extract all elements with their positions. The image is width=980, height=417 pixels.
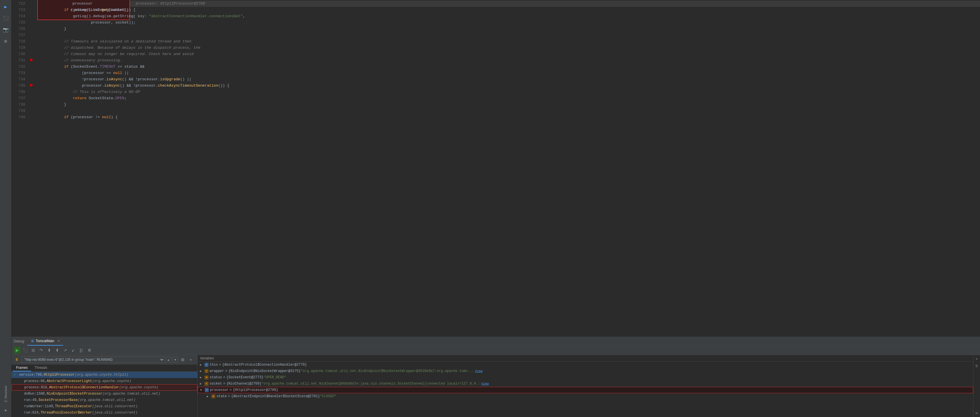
variables-header: Variables: [197, 355, 973, 362]
ln-729: 729: [11, 45, 25, 51]
stop-btn[interactable]: ⬛: [22, 347, 29, 354]
frame-item-8[interactable]: run:61, TaskThread$WrappingRunnable (org…: [11, 416, 197, 417]
threads-tab[interactable]: Threads: [31, 364, 51, 371]
var-item-socket[interactable]: ▶ ≡ socket = {NioChannel@2769} "org.apac…: [197, 380, 973, 387]
close-tab-btn[interactable]: ×: [57, 337, 60, 345]
frame-item-2[interactable]: process:66, AbstractProcessorLight (org.…: [11, 378, 197, 384]
step-over-btn[interactable]: ↷: [38, 347, 45, 354]
var-item-status[interactable]: ▶ ● status = {SocketEvent@2773} "OPEN_RE…: [197, 374, 973, 380]
copy-variable-btn[interactable]: ⎘: [974, 363, 980, 369]
frame-6-class: ThreadPoolExecutor: [55, 403, 92, 409]
sidebar-debug-icon[interactable]: ▶: [1, 2, 10, 11]
ln-734: 734: [11, 76, 25, 83]
code-line-736: // This is effectively a NO-OP: [37, 89, 980, 95]
frame-6-line: runWorker:1149,: [24, 403, 55, 409]
variables-list: ▶ ≡ this = {AbstractProtocol$ConnectionH…: [197, 362, 973, 417]
frame-item-7[interactable]: run:624, ThreadPoolExecutor$Worker (java…: [11, 409, 197, 416]
add-variable-btn[interactable]: +: [974, 356, 980, 362]
thread-down-btn[interactable]: ▼: [172, 357, 178, 363]
code-line-729: // dispatched. Because of delays in the …: [37, 45, 980, 51]
var-item-this[interactable]: ▶ ≡ this = {AbstractProtocol$ConnectionH…: [197, 362, 973, 368]
ln-733: 733: [11, 70, 25, 76]
socket-view-link[interactable]: View: [481, 382, 488, 385]
ln-735: 735: [11, 83, 25, 89]
frame-4-file: (org.apache.tomcat.util.net): [102, 391, 161, 397]
frame-8-file: (org.apache.tomcat.util.threads): [94, 416, 160, 417]
ln-725: 725: [11, 19, 25, 26]
pause-indicator: ⏸: [14, 357, 19, 363]
ln-724: 724: [11, 13, 25, 19]
frame-2-file: (org.apache.coyote): [92, 378, 132, 384]
ln-722: 722: [11, 1, 25, 7]
run-to-cursor-btn[interactable]: ↗: [62, 347, 69, 354]
thread-up-btn[interactable]: ▲: [165, 357, 171, 363]
left-sidebar: ▶ ⬛ 📷 ⚙ Z: Structure ★: [0, 0, 11, 417]
sidebar-favorite-icon[interactable]: ★: [1, 406, 10, 415]
code-line-727: [37, 32, 980, 38]
debug-toolbar: ▶ ⬛ ⊟ ↷ ⬇ ⬆ ↗ ↙ ⬱ ⚙: [11, 345, 980, 355]
ln-731: 731: [11, 58, 25, 64]
ln-728: 728: [11, 38, 25, 45]
settings-btn[interactable]: ⚙: [86, 347, 93, 354]
code-line-732: if (SocketEvent. TIMEOUT == status &&: [37, 64, 980, 70]
frame-3-file: (org.apache.coyote): [119, 384, 158, 391]
code-line-722: Processor processor = connections.get(so…: [37, 1, 980, 7]
resume-btn[interactable]: ▶: [14, 347, 21, 354]
infinity-btn[interactable]: ∞: [974, 410, 980, 416]
frame-7-file: (java.util.concurrent): [92, 409, 137, 416]
frame-7-line: run:624,: [24, 409, 41, 416]
frame-1-line: service:798,: [19, 372, 43, 378]
frame-item-4[interactable]: doRun:1500, NioEndpoint$SocketProcessor …: [11, 391, 197, 397]
code-line-739: [37, 108, 980, 114]
frame-2-class: AbstractProcessorLight: [47, 378, 92, 384]
step-out-btn[interactable]: ⬆: [54, 347, 61, 354]
var-item-processor[interactable]: ▼ ≡ processor = {Http11Processor@2780}: [197, 387, 973, 393]
frame-4-class: NioEndpoint$SocketProcessor: [47, 391, 102, 397]
thread-dropdown[interactable]: "http-nio-8080-exec-6"@2,135 in group "m…: [21, 356, 164, 363]
frames-panel: ⏸ "http-nio-8080-exec-6"@2,135 in group …: [11, 355, 197, 417]
frame-5-line: run:49,: [24, 397, 38, 403]
ln-736: 736: [11, 89, 25, 95]
debug-label: Debug:: [14, 339, 25, 343]
frames-btn[interactable]: ⬱: [78, 347, 85, 354]
add-frame-btn[interactable]: +: [187, 356, 194, 363]
editor-area: 722 723 724 725 726 727 728 729 730 731 …: [11, 0, 980, 337]
frame-6-file: (java.util.concurrent): [92, 403, 137, 409]
code-line-731: // unnecessary processing.: [37, 58, 980, 64]
wrapper-view-link[interactable]: View: [475, 369, 482, 373]
debug-session-tabs: Debug: 🖥 TomcatMain ×: [11, 337, 980, 345]
code-line-735: processor.isAsync() && !processor.checkA…: [37, 83, 980, 89]
breakpoint-735[interactable]: [30, 84, 33, 86]
variables-panel: Variables ▶ ≡ this = {AbstractProtocol$C…: [197, 355, 973, 417]
frame-item-6[interactable]: runWorker:1149, ThreadPoolExecutor (java…: [11, 403, 197, 409]
thread-selector: ⏸ "http-nio-8080-exec-6"@2,135 in group …: [11, 355, 197, 364]
code-line-723: if (getLog().isDebugEnabled()) {: [37, 7, 980, 13]
mute-btn[interactable]: ⊟: [30, 347, 37, 354]
thread-filter-btn[interactable]: ⊞: [179, 356, 186, 363]
ln-740: 740: [11, 114, 25, 120]
frame-5-class: SocketProcessorBase: [38, 397, 78, 403]
debug-main: ⏸ "http-nio-8080-exec-6"@2,135 in group …: [11, 355, 980, 417]
ln-739: 739: [11, 108, 25, 114]
frame-8-line: run:61,: [24, 416, 38, 417]
breakpoint-731[interactable]: [30, 59, 33, 61]
step-into-btn[interactable]: ⬇: [46, 347, 53, 354]
line-numbers: 722 723 724 725 726 727 728 729 730 731 …: [11, 0, 29, 337]
code-line-737: return SocketState. OPEN ;: [37, 95, 980, 102]
sidebar-camera-icon[interactable]: 📷: [1, 25, 10, 34]
sidebar-settings-icon[interactable]: ⚙: [1, 37, 10, 46]
frame-item-1[interactable]: ✓ service:798, Http11Processor (org.apac…: [11, 372, 197, 378]
code-line-730: // timeout may no longer be required. Ch…: [37, 51, 980, 58]
code-line-725: processor, socket));: [37, 19, 980, 26]
tomcat-main-tab[interactable]: 🖥 TomcatMain ×: [27, 337, 63, 345]
frames-tab[interactable]: Frames: [13, 364, 31, 371]
var-item-wrapper[interactable]: ▶ ≡ wrapper = {NioEndpoint$NioSocketWrap…: [197, 368, 973, 374]
z-structure-label: Z: Structure: [4, 385, 8, 403]
evaluate-btn[interactable]: ↙: [70, 347, 77, 354]
frame-item-5[interactable]: run:49, SocketProcessorBase (org.apache.…: [11, 397, 197, 403]
frames-tabs: Frames Threads: [11, 364, 197, 372]
code-line-738: }: [37, 102, 980, 108]
var-item-state[interactable]: ▶ ● state = {AbstractEndpoint$Handler$So…: [197, 393, 973, 399]
sidebar-stop-icon[interactable]: ⬛: [1, 14, 10, 23]
frame-item-3[interactable]: process:810, AbstractProtocol$Connection…: [11, 384, 197, 391]
